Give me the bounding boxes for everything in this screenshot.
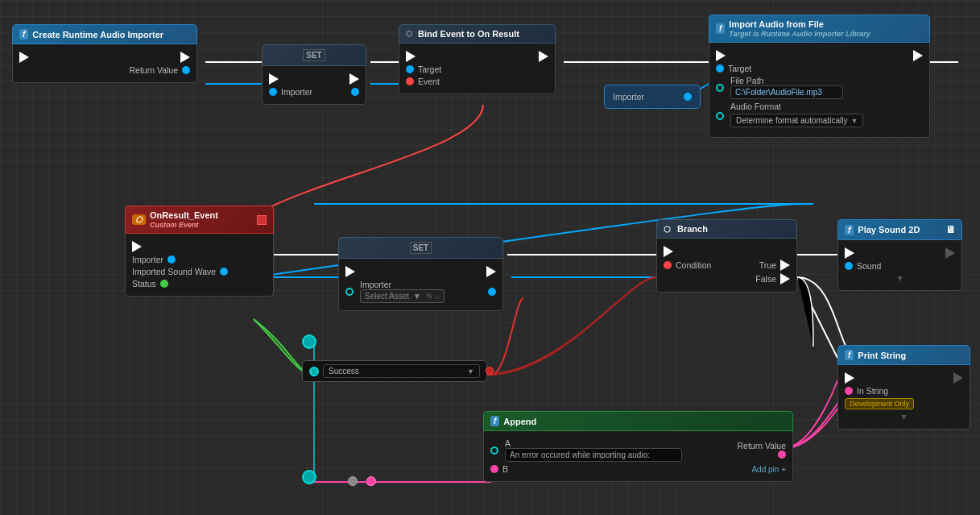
teal-circle-node-1[interactable] xyxy=(302,334,316,349)
append-a-pin[interactable] xyxy=(490,446,498,455)
set2-exec-in[interactable] xyxy=(345,266,355,277)
bind-exec-row xyxy=(406,51,548,62)
set2-importer-pin[interactable] xyxy=(345,288,354,296)
play-sound-body: Sound ▼ xyxy=(837,240,962,291)
print-string-body: In String Development Only ▼ xyxy=(837,365,970,430)
set2-select-label: Select Asset xyxy=(365,292,409,301)
branch-true-pin[interactable] xyxy=(780,260,790,271)
print-chevron[interactable]: ▼ xyxy=(899,412,908,422)
import-format-pin[interactable] xyxy=(716,112,724,120)
set1-importer-row: Importer xyxy=(269,87,359,97)
branch-condition-pin[interactable] xyxy=(664,261,672,269)
append-a-input[interactable]: An error occured while importing audio: xyxy=(505,448,682,462)
on-result-importer-label: Importer xyxy=(132,255,163,264)
return-value-row: Return Value xyxy=(19,65,190,75)
set2-importer-label: Importer xyxy=(360,280,445,289)
pink-dot-connector[interactable] xyxy=(366,476,376,486)
play-sound-exec-row xyxy=(845,247,955,259)
bind-event-label: Event xyxy=(418,77,440,86)
on-result-soundwave-row: Imported Sound Wave xyxy=(132,267,267,276)
bind-event-pin[interactable] xyxy=(406,77,414,85)
set1-exec-in[interactable] xyxy=(269,73,279,85)
importer-standalone-node: Importer xyxy=(604,85,701,109)
success-dropdown-body[interactable]: Success ▼ xyxy=(302,360,487,382)
create-runtime-header: f Create Runtime Audio Importer xyxy=(12,24,197,44)
print-expand-row: ▼ xyxy=(845,412,963,422)
set1-importer-in[interactable] xyxy=(269,88,277,96)
import-target-pin[interactable] xyxy=(716,64,724,73)
on-result-importer-pin[interactable] xyxy=(167,255,176,264)
branch-exec-row xyxy=(664,246,790,257)
play-sound-fn-icon: f xyxy=(845,225,854,235)
success-dropdown-node: Success ▼ xyxy=(302,360,487,382)
print-instring-row: In String xyxy=(845,386,963,396)
return-value-pin[interactable] xyxy=(182,66,190,74)
import-target-row: Target xyxy=(716,64,923,73)
play-sound-pin[interactable] xyxy=(845,262,853,270)
branch-true-label: True xyxy=(759,260,776,270)
append-b-pin[interactable] xyxy=(490,465,498,473)
red-dot-condition[interactable] xyxy=(486,367,494,375)
import-audio-node: f Import Audio from File Target is Runti… xyxy=(709,15,930,138)
set2-node: SET Importer Select Asset ▼ ✎ ⌕ xyxy=(338,237,503,311)
set2-exec-out[interactable] xyxy=(486,266,496,277)
import-target-label: Target xyxy=(728,64,751,73)
on-result-indicator xyxy=(257,215,267,225)
play-sound-exec-out[interactable] xyxy=(945,247,955,259)
success-dropdown-inner[interactable]: Success ▼ xyxy=(323,364,480,378)
on-result-icon: ⬡ xyxy=(132,214,146,225)
append-header: f Append xyxy=(483,411,793,431)
import-exec-out[interactable] xyxy=(913,50,923,61)
append-return-label: Return Value xyxy=(737,441,786,451)
play-sound-header: f Play Sound 2D 🖥 xyxy=(837,219,962,240)
branch-false-pin[interactable] xyxy=(780,273,790,284)
play-sound-node: f Play Sound 2D 🖥 Sound ▼ xyxy=(837,219,962,291)
import-filepath-pin[interactable] xyxy=(716,84,724,92)
branch-exec-in[interactable] xyxy=(664,246,673,257)
bind-target-pin[interactable] xyxy=(406,65,414,73)
set1-importer-out[interactable] xyxy=(351,88,359,96)
on-result-exec-out[interactable] xyxy=(132,241,142,252)
print-exec-in[interactable] xyxy=(845,372,854,384)
on-result-exec-row xyxy=(132,241,267,252)
play-sound-exec-in[interactable] xyxy=(845,247,854,259)
dev-badge: Development Only xyxy=(845,398,914,409)
on-result-importer-row: Importer xyxy=(132,255,267,264)
bind-exec-in[interactable] xyxy=(406,51,416,62)
teal-circle-node-2[interactable] xyxy=(302,470,316,484)
play-sound-chevron[interactable]: ▼ xyxy=(895,273,904,283)
set2-edit-icon[interactable]: ✎ xyxy=(426,292,432,301)
on-result-soundwave-pin[interactable] xyxy=(220,268,228,276)
on-result-status-pin[interactable] xyxy=(160,280,168,288)
append-b-row: B Add pin + xyxy=(490,464,786,474)
print-instring-pin[interactable] xyxy=(845,387,853,395)
set2-icon: SET xyxy=(410,242,432,254)
import-exec-in[interactable] xyxy=(716,50,726,61)
import-audio-subtitle: Target is Runtime Audio Importer Library xyxy=(729,30,870,38)
success-toggle-pin[interactable] xyxy=(309,367,319,376)
append-addpin-label[interactable]: Add pin + xyxy=(751,465,786,474)
set1-exec-out[interactable] xyxy=(349,73,359,85)
branch-title: Branch xyxy=(677,224,708,234)
set2-out-pin[interactable] xyxy=(488,288,496,296)
bind-exec-out[interactable] xyxy=(539,51,548,62)
bind-event-node: ⬡ Bind Event to On Result Target Event xyxy=(399,24,556,94)
format-dropdown[interactable]: Determine format automatically ▼ xyxy=(730,114,863,127)
importer-out-pin[interactable] xyxy=(684,93,692,101)
play-sound-expand-row: ▼ xyxy=(845,273,955,283)
branch-false-row: False xyxy=(664,273,790,284)
import-filepath-input[interactable]: C:\Folder\AudioFile.mp3 xyxy=(730,85,843,99)
set2-search-icon[interactable]: ⌕ xyxy=(435,292,440,301)
exec-in-pin[interactable] xyxy=(19,52,29,63)
bind-event-row: Event xyxy=(406,77,548,86)
print-exec-out[interactable] xyxy=(953,372,963,384)
branch-body: Condition True False xyxy=(656,239,797,293)
on-result-soundwave-label: Imported Sound Wave xyxy=(132,267,216,276)
set2-select-asset[interactable]: Select Asset ▼ ✎ ⌕ xyxy=(360,289,445,303)
exec-out-pin[interactable] xyxy=(180,52,190,63)
append-return-pin[interactable] xyxy=(778,451,786,459)
create-runtime-title: Create Runtime Audio Importer xyxy=(32,30,163,39)
grey-dot-connector[interactable] xyxy=(348,476,358,486)
set2-body: Importer Select Asset ▼ ✎ ⌕ xyxy=(338,259,503,311)
branch-condition-label: Condition xyxy=(676,260,711,270)
